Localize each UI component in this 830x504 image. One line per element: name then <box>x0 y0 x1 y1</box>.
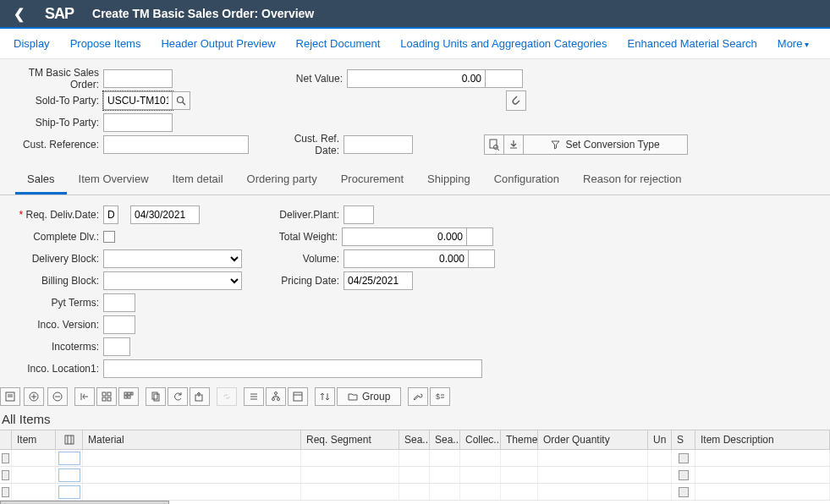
inco-location-input[interactable] <box>103 359 482 378</box>
grid-body <box>0 450 830 504</box>
reject-document-button[interactable]: Reject Document <box>286 32 391 55</box>
row-selector[interactable] <box>2 470 9 480</box>
col-req-segment[interactable]: Req. Segment <box>301 430 399 449</box>
s-cell[interactable] <box>679 453 689 463</box>
cust-ref-date-input[interactable] <box>344 135 413 154</box>
col-material[interactable]: Material <box>83 430 301 449</box>
doc-flow-button[interactable] <box>484 134 504 155</box>
sales-order-input[interactable] <box>103 69 173 88</box>
sold-to-search-button[interactable] <box>172 91 190 110</box>
propose-items-button[interactable]: Propose Items <box>60 32 151 55</box>
set-conversion-type-button[interactable]: Set Conversion Type <box>523 134 688 155</box>
s-cell[interactable] <box>679 487 689 497</box>
export-button[interactable] <box>190 387 210 406</box>
sort-button[interactable] <box>315 387 335 406</box>
items-toolbar: Group $ <box>0 385 830 408</box>
link-icon <box>222 392 232 402</box>
table-row[interactable] <box>0 484 830 501</box>
tab-item-overview[interactable]: Item Overview <box>67 166 161 194</box>
material-cell-input[interactable] <box>58 485 80 499</box>
copy-button[interactable] <box>146 387 166 406</box>
volume-input[interactable] <box>344 249 469 268</box>
tab-shipping[interactable]: Shipping <box>415 166 482 194</box>
col-unit[interactable]: Un <box>648 430 672 449</box>
tab-item-detail[interactable]: Item detail <box>161 166 235 194</box>
folder-icon <box>348 392 358 402</box>
complete-dlv-checkbox[interactable] <box>103 231 115 243</box>
table-row[interactable] <box>0 450 830 467</box>
incoterms-input[interactable] <box>103 337 130 356</box>
cust-reference-input[interactable] <box>103 135 249 154</box>
row-selector[interactable] <box>2 453 9 463</box>
group-button[interactable]: Group <box>337 387 401 406</box>
volume-unit-input[interactable] <box>468 249 495 268</box>
material-cell-input[interactable] <box>58 468 80 482</box>
col-season1[interactable]: Sea... <box>399 430 430 449</box>
settings-button[interactable] <box>408 387 428 406</box>
currency-icon: $ <box>435 392 445 402</box>
col-s[interactable]: S <box>672 430 695 449</box>
svg-text:$: $ <box>436 392 440 401</box>
tab-reason-rejection[interactable]: Reason for rejection <box>571 166 693 194</box>
col-item[interactable]: Item <box>12 430 56 449</box>
col-select-all[interactable] <box>0 430 12 449</box>
group-label: Group <box>362 391 390 403</box>
svg-rect-21 <box>124 396 127 398</box>
currency-button[interactable]: $ <box>430 387 450 406</box>
pyt-terms-input[interactable] <box>103 293 135 312</box>
req-deliv-type-input[interactable] <box>103 205 118 224</box>
net-value-input[interactable] <box>347 69 486 88</box>
column-config-icon <box>64 435 74 445</box>
col-collection[interactable]: Collec... <box>460 430 501 449</box>
total-weight-input[interactable] <box>342 227 467 246</box>
col-season2[interactable]: Sea... <box>430 430 460 449</box>
col-theme[interactable]: Theme <box>501 430 538 449</box>
svg-line-1 <box>183 102 185 105</box>
req-deliv-date-input[interactable] <box>130 205 200 224</box>
attachment-button[interactable] <box>506 90 526 111</box>
total-weight-unit-input[interactable] <box>466 227 493 246</box>
billing-block-select[interactable] <box>103 271 242 290</box>
s-cell[interactable] <box>679 470 689 480</box>
net-value-currency-input[interactable] <box>485 69 523 88</box>
back-button[interactable]: ❮ <box>7 3 31 25</box>
document-search-icon <box>488 139 500 151</box>
hierarchy-button[interactable] <box>266 387 286 406</box>
layout-button[interactable] <box>288 387 308 406</box>
sold-to-party-input[interactable] <box>103 91 173 110</box>
display-button[interactable]: Display <box>3 32 60 55</box>
all-items-title: All Items <box>0 408 830 430</box>
col-item-desc[interactable]: Item Description <box>695 430 830 449</box>
pricing-date-input[interactable] <box>344 271 413 290</box>
grid-large-button[interactable] <box>118 387 139 406</box>
delete-item-button[interactable] <box>47 387 68 406</box>
collapse-button[interactable] <box>74 387 95 406</box>
table-row[interactable] <box>0 467 830 484</box>
inco-version-input[interactable] <box>103 315 135 334</box>
deliver-plant-input[interactable] <box>344 205 374 224</box>
tab-ordering-party[interactable]: Ordering party <box>235 166 329 194</box>
horizontal-scrollbar[interactable] <box>0 501 169 504</box>
wrench-icon <box>413 392 423 402</box>
col-order-qty[interactable]: Order Quantity <box>538 430 648 449</box>
add-item-button[interactable] <box>24 387 44 406</box>
delivery-block-select[interactable] <box>103 249 242 268</box>
grid-small-button[interactable] <box>96 387 117 406</box>
list-button[interactable] <box>244 387 264 406</box>
refresh-button[interactable] <box>168 387 188 406</box>
tab-sales[interactable]: Sales <box>15 166 67 194</box>
ship-to-party-input[interactable] <box>103 113 173 132</box>
row-selector[interactable] <box>2 487 9 497</box>
loading-units-button[interactable]: Loading Units and Aggregation Categories <box>390 32 617 55</box>
label-sales-order: TM Basic Sales Order: <box>0 67 103 90</box>
download-button[interactable] <box>503 134 524 155</box>
show-detail-button[interactable] <box>0 387 20 406</box>
more-dropdown[interactable]: More <box>767 32 819 55</box>
tab-procurement[interactable]: Procurement <box>329 166 415 194</box>
enhanced-material-search-button[interactable]: Enhanced Material Search <box>618 32 767 55</box>
col-material-icon[interactable] <box>56 430 83 449</box>
tab-configuration[interactable]: Configuration <box>482 166 571 194</box>
svg-point-31 <box>278 398 280 401</box>
header-output-preview-button[interactable]: Header Output Preview <box>151 32 285 55</box>
material-cell-input[interactable] <box>58 452 80 465</box>
